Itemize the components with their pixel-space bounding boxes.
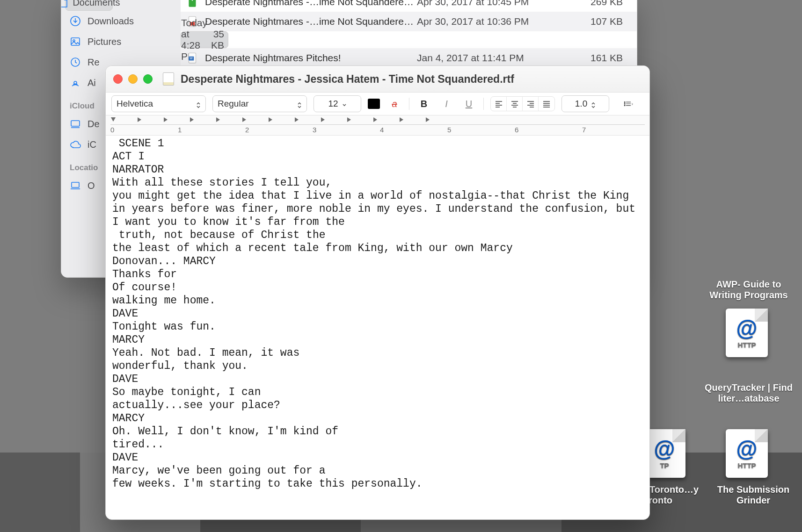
- desktop-webloc[interactable]: QueryTracker | Find liter…atabase: [702, 382, 795, 404]
- file-size: 35 KB: [211, 29, 238, 51]
- file-date: Apr 30, 2017 at 10:45 PM: [417, 0, 576, 7]
- file-row[interactable]: WDesperate Nightmares Pitches!Jan 4, 201…: [181, 48, 637, 68]
- ruler-label: 2: [245, 126, 249, 134]
- webloc-file-icon: @HTTP: [726, 309, 768, 357]
- align-left-button[interactable]: [491, 97, 507, 111]
- document-proxy-icon[interactable]: [163, 72, 174, 86]
- desktop-webloc-label: QueryTracker | Find liter…atabase: [705, 382, 793, 403]
- desktop-webloc-icon[interactable]: @HTTP: [723, 429, 770, 482]
- sidebar-item-pictures[interactable]: Pictures: [61, 31, 181, 52]
- minimize-button[interactable]: [128, 74, 138, 84]
- font-style-select[interactable]: Regular: [212, 95, 307, 112]
- webloc-file-icon: @HTTP: [726, 429, 768, 478]
- icloud-icon: [70, 139, 81, 150]
- ruler-label: 1: [178, 126, 182, 134]
- titlebar[interactable]: Desperate Nightmares - Jessica Hatem - T…: [106, 66, 649, 93]
- sidebar-item-label: O: [87, 180, 95, 191]
- ruler-scale: 01234567: [110, 124, 645, 135]
- desktop-webloc-icon[interactable]: @HTTP: [723, 309, 770, 361]
- font-style-value: Regular: [218, 99, 249, 109]
- desktop-webloc-label: The Submission Grinder: [717, 484, 789, 505]
- ruler-tabstops: [110, 116, 645, 124]
- document-body[interactable]: SCENE 1 ACT I NARRATOR With all these st…: [106, 135, 649, 519]
- airdrop-icon: [70, 77, 81, 88]
- close-button[interactable]: [113, 74, 123, 84]
- alignment-group: [490, 96, 555, 111]
- separator: [483, 98, 484, 110]
- svg-rect-6: [72, 182, 79, 187]
- align-right-button[interactable]: [523, 97, 539, 111]
- desktop-webloc[interactable]: The Submission Grinder: [707, 484, 800, 506]
- pictures-icon: [70, 36, 81, 47]
- sidebar-item-label: Re: [87, 57, 100, 68]
- desktop-icon: [70, 118, 81, 129]
- file-date: Apr 30, 2017 at 10:36 PM: [417, 16, 576, 27]
- file-size: 161 KB: [576, 52, 637, 64]
- svg-point-14: [624, 102, 625, 103]
- line-spacing-select[interactable]: 1.0: [561, 95, 609, 112]
- sidebar-item-label: Ai: [87, 78, 96, 88]
- bold-button[interactable]: B: [416, 97, 432, 111]
- svg-point-16: [624, 105, 625, 106]
- svg-point-15: [624, 103, 625, 104]
- text-color-swatch[interactable]: [368, 99, 380, 109]
- sidebar-item-documents[interactable]: Documents: [65, 0, 113, 11]
- ruler-label: 5: [447, 126, 451, 134]
- downloads-icon: [70, 15, 81, 27]
- sidebar-item-downloads[interactable]: Downloads: [61, 11, 181, 31]
- ruler-label: 0: [110, 126, 114, 134]
- file-row[interactable]: Desperate Nightmares -…Time Not Squander…: [181, 31, 228, 48]
- file-size: 107 KB: [576, 16, 637, 27]
- file-type-icon: W: [186, 52, 198, 64]
- laptop-icon: [70, 180, 81, 191]
- chevron-updown-icon: [196, 101, 201, 107]
- sidebar-item-label: Documents: [73, 0, 120, 8]
- svg-rect-5: [71, 121, 80, 126]
- recents-icon: [70, 57, 81, 68]
- textedit-window[interactable]: Desperate Nightmares - Jessica Hatem - T…: [105, 65, 650, 520]
- align-justify-button[interactable]: [539, 97, 554, 111]
- desktop-webloc[interactable]: AWP- Guide to Writing Programs: [702, 279, 795, 301]
- window-controls: [113, 74, 153, 84]
- file-size: 269 KB: [576, 0, 637, 7]
- file-name: Desperate Nightmares -…ime Not Squandere…: [205, 0, 417, 7]
- ruler-label: 6: [515, 126, 518, 134]
- ruler-label: 7: [582, 126, 586, 134]
- italic-button[interactable]: I: [438, 97, 454, 111]
- line-spacing-value: 1.0: [575, 99, 587, 109]
- font-size-value: 12: [328, 99, 338, 109]
- chevron-updown-icon: [297, 101, 302, 107]
- zoom-button[interactable]: [143, 74, 153, 84]
- ruler-label: 4: [380, 126, 384, 134]
- svg-rect-7: [189, 0, 196, 7]
- window-title: Desperate Nightmares - Jessica Hatem - T…: [181, 73, 514, 86]
- desktop-background: AWP- Guide to Writing Programs @HTTP Que…: [0, 0, 802, 532]
- font-family-select[interactable]: Helvetica: [111, 95, 206, 112]
- file-name: Desperate Nightmares Pitches!: [205, 52, 417, 64]
- svg-rect-1: [71, 38, 80, 45]
- ruler-label: 3: [313, 126, 316, 134]
- separator: [409, 98, 409, 110]
- chevron-down-icon: [342, 101, 347, 107]
- sidebar-item-label: iC: [87, 139, 96, 150]
- underline-button[interactable]: U: [461, 97, 477, 111]
- file-date: Jan 4, 2017 at 11:41 PM: [417, 52, 576, 64]
- sidebar-item-label: Pictures: [87, 36, 121, 47]
- strike-color-button[interactable]: a: [386, 97, 402, 111]
- sidebar-item-label: De: [87, 119, 100, 129]
- chevron-updown-icon: [591, 101, 596, 107]
- file-row[interactable]: Desperate Nightmares -…ime Not Squandere…: [181, 0, 637, 12]
- font-family-value: Helvetica: [117, 99, 153, 109]
- format-toolbar: Helvetica Regular 12 a B I U: [106, 93, 649, 115]
- list-style-button[interactable]: [616, 97, 641, 111]
- svg-text:W: W: [190, 57, 193, 60]
- align-center-button[interactable]: [507, 97, 523, 111]
- ruler[interactable]: 01234567: [106, 115, 649, 136]
- file-type-icon: [186, 0, 198, 8]
- file-name: Desperate Nightmares -…ime Not Squandere…: [205, 16, 417, 27]
- sidebar-item-label: Downloads: [87, 16, 134, 27]
- font-size-select[interactable]: 12: [314, 95, 361, 112]
- file-row[interactable]: Desperate Nightmares -…ime Not Squandere…: [181, 12, 637, 31]
- desktop-webloc-label: AWP- Guide to Writing Programs: [709, 279, 787, 300]
- documents-icon: [61, 0, 69, 8]
